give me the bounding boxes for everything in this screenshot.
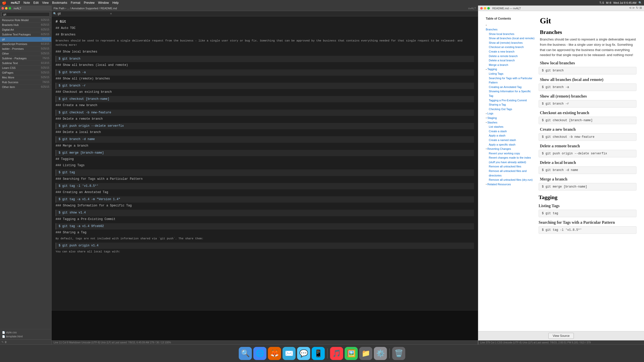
toc-sublink-list-stashes[interactable]: List stashes <box>486 125 535 129</box>
dock-files[interactable]: 📁 <box>359 347 372 360</box>
toc-sublink[interactable]: Delete a remote branch <box>486 54 535 59</box>
toc-sublink-create-stash[interactable]: Create a stash <box>486 129 535 134</box>
preview-ctrl-2[interactable]: ⊳ <box>632 6 635 10</box>
search-icon[interactable]: 🔍 <box>638 1 642 5</box>
editor-search-input[interactable] <box>58 12 108 15</box>
toc-link-staging[interactable]: Staging <box>487 116 497 120</box>
maximize-button[interactable] <box>9 7 11 10</box>
list-item[interactable]: Other 5/25/15 <box>0 51 51 56</box>
toc-link-tagging[interactable]: Tagging <box>487 67 497 72</box>
toc-link-branches[interactable]: Branches <box>486 27 535 32</box>
dock-firefox[interactable]: 🦊 <box>268 347 281 360</box>
delete-note-button[interactable]: 🗑 <box>5 341 7 343</box>
toc-sublink[interactable]: Create a new branch <box>486 50 535 54</box>
menubar-format[interactable]: Format <box>71 1 80 5</box>
dock-chrome[interactable]: 🌐 <box>253 347 266 360</box>
toc-sublink-dry-run[interactable]: Remove all untracked files (dry-run) <box>486 178 535 182</box>
toc-branches-header[interactable]: ▪ Branches <box>486 23 535 32</box>
list-item[interactable]: Sublime Text 6/13/15 <box>0 61 51 66</box>
toc-sublink-annotated-tag[interactable]: Creating an Annotated Tag <box>486 85 535 89</box>
editor-show-local: ### Show local branches <box>56 50 474 54</box>
preview-content[interactable]: Table of Contents ▪ Branches Show local … <box>478 11 644 331</box>
toc-sublink-checking-out[interactable]: Checking Out Tags <box>486 107 535 112</box>
cmd-show-tag: $ git show v1.4 <box>56 210 474 216</box>
list-item[interactable]: Other item 6/25/15 <box>0 85 51 89</box>
toc-link-logs[interactable]: Logs <box>487 111 493 116</box>
nvalt-file-list: Resource Role Model 6/25/15 Brackets Hub… <box>0 18 51 329</box>
toc-sublink-specific-stash[interactable]: Apply a specific stash <box>486 143 535 147</box>
menubar-bookmarks[interactable]: Bookmarks <box>52 1 67 5</box>
toc-link-reverting[interactable]: Reverting Changes <box>487 147 511 151</box>
list-item[interactable]: Learn CSS 5/25/15 <box>0 66 51 70</box>
list-item-git[interactable]: git 6/1/15 <box>0 37 51 42</box>
list-item[interactable]: ladder - Promises 5/25/15 <box>0 47 51 51</box>
dock-skype[interactable]: 📱 <box>312 347 325 360</box>
toc-sublink[interactable]: Listing Tags <box>486 72 535 76</box>
toc-sublink-show-tag[interactable]: Showing Information for a Specific Tag <box>486 89 535 98</box>
list-item[interactable]: JavaScript Promises 6/13/15 <box>0 42 51 47</box>
minimize-button[interactable] <box>5 7 8 10</box>
toc-sublink-sharing[interactable]: Sharing a Tag <box>486 103 535 107</box>
nvalt-search-input[interactable] <box>2 12 50 17</box>
editor-tagging: ## Tagging <box>56 157 474 162</box>
menubar-help[interactable]: Help <box>112 1 119 5</box>
list-item[interactable]: Rub Success 7/6/15 <box>0 80 51 85</box>
toc-sublink-remove-untracked[interactable]: Remove all untracked files <box>486 164 535 169</box>
toc-link-related[interactable]: Related Resources <box>487 182 511 187</box>
menubar-edit[interactable]: Edit <box>33 1 39 5</box>
editor-all-tags-desc: You can also share all local tags with: <box>56 250 474 254</box>
list-item[interactable]: Mec More 5/25/15 <box>0 75 51 80</box>
dock-music[interactable]: 🎵 <box>330 347 343 360</box>
list-item[interactable]: GitPages 5/25/15 <box>0 70 51 75</box>
menubar-note[interactable]: Note <box>23 1 30 5</box>
file-item-html[interactable]: 📄 template.html <box>0 334 51 338</box>
toc-sublink-apply-stash[interactable]: Apply a stash <box>486 133 535 138</box>
dock-photos[interactable]: 🖼️ <box>345 347 358 360</box>
new-note-button[interactable]: ✎ <box>2 341 4 343</box>
list-item[interactable]: Brackets Hub 6/25/15 <box>0 23 51 27</box>
toc-sublink[interactable]: Show local branches <box>486 32 535 36</box>
dock-trash[interactable]: 🗑️ <box>392 347 405 360</box>
menubar-app-name[interactable]: nvALT <box>11 1 20 5</box>
file-item-css[interactable]: 📄 style.css <box>0 330 51 334</box>
preview-ctrl-1[interactable]: ⊲ <box>629 6 631 10</box>
toc-link-stashes[interactable]: Stashes <box>487 120 497 125</box>
apple-menu[interactable]: 🍎 <box>2 1 6 5</box>
close-button[interactable] <box>2 7 4 10</box>
list-item[interactable]: Sublime - Packages 7/5/15 <box>0 56 51 61</box>
preview-ctrl-3[interactable]: ↻ <box>636 6 638 10</box>
menubar-view[interactable]: View <box>42 1 49 5</box>
dock-mail[interactable]: ✉️ <box>283 347 296 360</box>
preview-maximize[interactable] <box>487 7 490 10</box>
preview-close[interactable] <box>480 7 483 10</box>
toc-sublink[interactable]: Show all branches (local and remote) <box>486 36 535 41</box>
toc-sublink-pre-existing[interactable]: Tagging a Pre-Existing Commit <box>486 98 535 103</box>
menubar-clock: Wed Jul 8 6:45 AM <box>613 1 636 4</box>
toc-sublink[interactable]: Searching for Tags with a Particular Pat… <box>486 76 535 85</box>
code-show-all: $ git branch -a <box>539 83 636 91</box>
toc-sublink-revert-index[interactable]: Revert changes made to the index (stuff … <box>486 156 535 164</box>
toc-sublink[interactable]: Show all (remote) branches <box>486 41 535 45</box>
list-item[interactable]: Resource Role Model 6/25/15 <box>0 18 51 23</box>
menubar-window[interactable]: Window <box>98 1 109 5</box>
dock-messages[interactable]: 💬 <box>297 347 310 360</box>
list-item[interactable]: Digital Art 6/25/15 <box>0 27 51 32</box>
view-source-button[interactable]: View Source <box>548 333 574 339</box>
dock-finder[interactable]: 🔍 <box>239 347 252 360</box>
dock-settings[interactable]: ⚙️ <box>374 347 387 360</box>
toc-sublink-named-stash[interactable]: Create a named stash <box>486 138 535 143</box>
toc-sublink-remove-dirs[interactable]: Remove all untracked files and directori… <box>486 169 535 178</box>
preview-ctrl-4[interactable]: ⊞ <box>639 6 642 10</box>
menubar-preview[interactable]: Preview <box>84 1 95 5</box>
editor-content[interactable]: # Git ## Auto TOC ## Branches Branches s… <box>52 16 478 310</box>
list-item[interactable]: Sublime Text Packages 6/25/15 <box>0 32 51 37</box>
preview-minimize[interactable] <box>484 7 486 10</box>
toc-sublink[interactable]: Merge a branch <box>486 63 535 67</box>
toc-sublink[interactable]: Delete a local branch <box>486 58 535 63</box>
editor-close-search[interactable]: ✕ <box>110 12 112 15</box>
editor-checkout: ### Checkout an existing branch <box>56 90 474 95</box>
preview-panel: README.md — nvALT ⊲ ⊳ ↻ ⊞ Table of Conte… <box>478 6 644 344</box>
editor-branches-desc: Branches should be used to represent a s… <box>56 39 474 48</box>
toc-sublink-revert-wc[interactable]: Revert your working copy <box>486 151 535 156</box>
toc-sublink[interactable]: Checkout an existing branch <box>486 45 535 50</box>
